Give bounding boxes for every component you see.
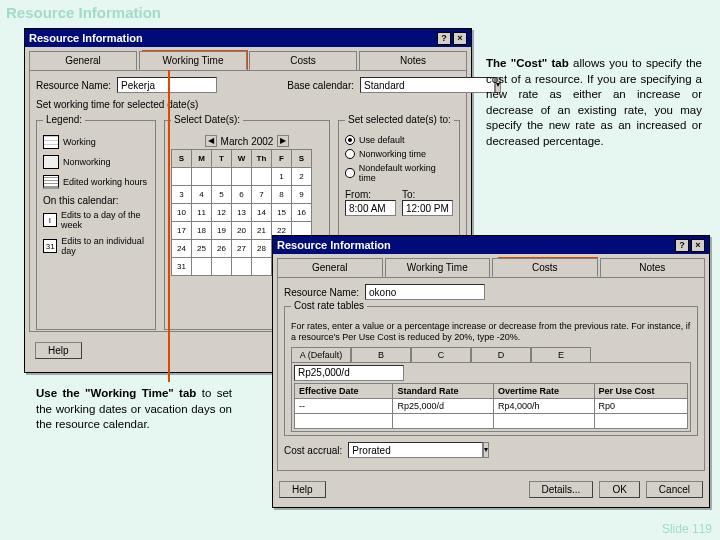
rate-value-input[interactable] <box>294 365 404 381</box>
from-input[interactable] <box>345 200 396 216</box>
rate-tab-c[interactable]: C <box>411 347 471 362</box>
help-button[interactable]: Help <box>279 481 326 498</box>
resource-name-input[interactable] <box>365 284 485 300</box>
set-working-label: Set working time for selected date(s) <box>36 99 460 110</box>
rate-tab-a[interactable]: A (Default) <box>291 347 351 362</box>
resource-name-label: Resource Name: <box>36 80 111 91</box>
rate-tab-e[interactable]: E <box>531 347 591 362</box>
window-title: Resource Information <box>29 32 143 44</box>
help-icon[interactable]: ? <box>437 32 451 45</box>
radio-nondefault[interactable] <box>345 168 355 178</box>
resource-name-input[interactable] <box>117 77 217 93</box>
next-month-icon[interactable]: ▶ <box>277 135 289 147</box>
prev-month-icon[interactable]: ◀ <box>205 135 217 147</box>
tab-costs[interactable]: Costs <box>249 51 357 70</box>
select-dates-label: Select Date(s): <box>171 114 243 125</box>
cancel-button[interactable]: Cancel <box>646 481 703 498</box>
rate-tab-b[interactable]: B <box>351 347 411 362</box>
tab-notes[interactable]: Notes <box>600 258 706 277</box>
help-icon[interactable]: ? <box>675 239 689 252</box>
month-label: March 2002 <box>221 136 274 147</box>
ok-button[interactable]: OK <box>599 481 639 498</box>
rate-table[interactable]: Effective DateStandard RateOvertime Rate… <box>294 383 688 429</box>
tab-costs[interactable]: Costs <box>492 258 598 277</box>
rate-tab-d[interactable]: D <box>471 347 531 362</box>
nonworking-swatch <box>43 155 59 169</box>
tab-working-time[interactable]: Working Time <box>385 258 491 277</box>
callout-working-time: Use the "Working Time" tab to set the wo… <box>36 386 232 433</box>
day-31-box: 31 <box>43 239 57 253</box>
page-title: Resource Information <box>6 4 161 21</box>
titlebar: Resource Information ? × <box>273 236 709 254</box>
slide-number: Slide 119 <box>662 522 712 536</box>
instruction-text: For rates, enter a value or a percentage… <box>291 321 691 343</box>
set-selected-label: Set selected date(s) to: <box>345 114 454 125</box>
cost-tables-label: Cost rate tables <box>291 300 367 311</box>
details-button[interactable]: Details... <box>529 481 594 498</box>
tab-working-time[interactable]: Working Time <box>139 51 247 70</box>
cost-accrual-label: Cost accrual: <box>284 445 342 456</box>
base-calendar-combo[interactable]: ▾ <box>360 77 460 93</box>
day-i-box: I <box>43 213 57 227</box>
resource-name-label: Resource Name: <box>284 287 359 298</box>
close-icon[interactable]: × <box>453 32 467 45</box>
radio-use-default[interactable] <box>345 135 355 145</box>
rate-tabs: A (Default) B C D E <box>291 347 691 362</box>
help-button[interactable]: Help <box>35 342 82 359</box>
edited-swatch <box>43 175 59 189</box>
close-icon[interactable]: × <box>691 239 705 252</box>
callout-cost: The "Cost" tab allows you to specify the… <box>486 56 702 149</box>
titlebar: Resource Information ? × <box>25 29 471 47</box>
cost-accrual-combo[interactable]: ▾ <box>348 442 468 458</box>
window-title: Resource Information <box>277 239 391 251</box>
to-input[interactable] <box>402 200 453 216</box>
radio-nonworking[interactable] <box>345 149 355 159</box>
window-resource-info-costs: Resource Information ? × General Working… <box>272 235 710 508</box>
tabs: General Working Time Costs Notes <box>29 51 467 70</box>
tab-notes[interactable]: Notes <box>359 51 467 70</box>
tab-general[interactable]: General <box>29 51 137 70</box>
legend-title: Legend: <box>43 114 85 125</box>
working-swatch <box>43 135 59 149</box>
base-calendar-label: Base calendar: <box>287 80 354 91</box>
tab-general[interactable]: General <box>277 258 383 277</box>
on-calendar-label: On this calendar: <box>43 195 149 206</box>
chevron-down-icon[interactable]: ▾ <box>483 442 489 458</box>
